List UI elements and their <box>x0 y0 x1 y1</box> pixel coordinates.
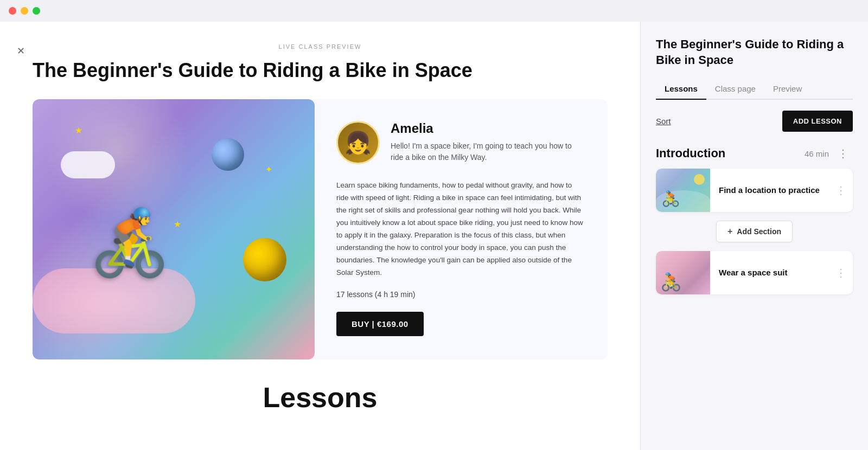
section-more-button[interactable]: ⋮ <box>833 145 853 162</box>
traffic-light-red[interactable] <box>9 7 16 15</box>
lesson-thumbnail-1: 🚴 <box>656 169 710 212</box>
star-icon-1: ★ <box>75 125 82 136</box>
instructor-bio: Hello! I'm a space biker, I'm going to t… <box>391 140 586 163</box>
live-label: LIVE CLASS PREVIEW <box>33 43 608 50</box>
thumb-figure-1: 🚴 <box>661 190 680 208</box>
lesson-title-2: Wear a space suit <box>710 259 829 287</box>
section-header: Introduction 46 min ⋮ <box>656 145 853 162</box>
hero-section: ★ ✦ ★ 🚴 👧 Amelia Hello! I'm a space bike… <box>33 99 608 359</box>
buy-button[interactable]: BUY | €169.00 <box>336 312 424 336</box>
title-bar <box>0 0 868 22</box>
planet-yellow <box>243 238 286 281</box>
tab-preview[interactable]: Preview <box>764 79 810 100</box>
lessons-count: 17 lessons (4 h 19 min) <box>336 290 586 299</box>
instructor-name: Amelia <box>391 121 586 136</box>
tabs-row: Lessons Class page Preview <box>656 79 853 100</box>
lesson-image-1: 🚴 <box>656 169 710 212</box>
star-icon-2: ✦ <box>265 164 272 175</box>
lesson-title-1: Find a location to practice <box>710 176 829 204</box>
cloud-white <box>61 151 115 178</box>
hero-image: ★ ✦ ★ 🚴 <box>33 99 315 359</box>
add-section-label: Add Section <box>737 227 781 236</box>
course-title: The Beginner's Guide to Riding a Bike in… <box>33 59 608 82</box>
lesson-thumbnail-2: 🚴 <box>656 251 710 294</box>
app-container: ✕ LIVE CLASS PREVIEW The Beginner's Guid… <box>0 22 868 450</box>
add-lesson-button[interactable]: ADD LESSON <box>782 111 853 132</box>
thumb-planet <box>694 174 705 185</box>
section-actions: 46 min ⋮ <box>805 145 853 162</box>
right-header: The Beginner's Guide to Riding a Bike in… <box>641 22 868 100</box>
traffic-light-green[interactable] <box>33 7 40 15</box>
lesson-more-button-1[interactable]: ⋮ <box>829 184 853 197</box>
add-section-row: + Add Section <box>656 221 853 242</box>
course-description: Learn space biking fundaments, how to pe… <box>336 179 586 279</box>
hero-info: 👧 Amelia Hello! I'm a space biker, I'm g… <box>315 99 608 359</box>
tab-lessons[interactable]: Lessons <box>656 79 706 100</box>
right-content: Introduction 46 min ⋮ 🚴 Find a location … <box>641 143 868 450</box>
section-duration: 46 min <box>805 149 829 158</box>
section-name: Introduction <box>656 146 725 160</box>
right-panel: The Beginner's Guide to Riding a Bike in… <box>640 22 868 450</box>
lesson-card: 🚴 Find a location to practice ⋮ <box>656 169 853 212</box>
lesson-card-2: 🚴 Wear a space suit ⋮ <box>656 251 853 294</box>
actions-row: Sort ADD LESSON <box>641 100 868 143</box>
sort-button[interactable]: Sort <box>656 117 671 126</box>
close-button[interactable]: ✕ <box>13 43 28 59</box>
right-panel-title: The Beginner's Guide to Riding a Bike in… <box>656 37 853 68</box>
add-section-button[interactable]: + Add Section <box>716 221 793 242</box>
planet-blue <box>212 138 244 171</box>
lesson-image-2: 🚴 <box>656 251 710 294</box>
lesson-more-button-2[interactable]: ⋮ <box>829 266 853 279</box>
tab-class-page[interactable]: Class page <box>706 79 764 100</box>
avatar: 👧 <box>336 121 380 164</box>
preview-panel: ✕ LIVE CLASS PREVIEW The Beginner's Guid… <box>0 22 640 450</box>
bike-rider-illustration: 🚴 <box>89 205 170 281</box>
thumb-figure-2: 🚴 <box>660 272 682 292</box>
star-icon-3: ★ <box>174 219 181 229</box>
lessons-heading: Lessons <box>33 381 608 414</box>
plus-icon: + <box>727 227 732 236</box>
traffic-light-yellow[interactable] <box>21 7 28 15</box>
instructor-row: 👧 Amelia Hello! I'm a space biker, I'm g… <box>336 121 586 164</box>
